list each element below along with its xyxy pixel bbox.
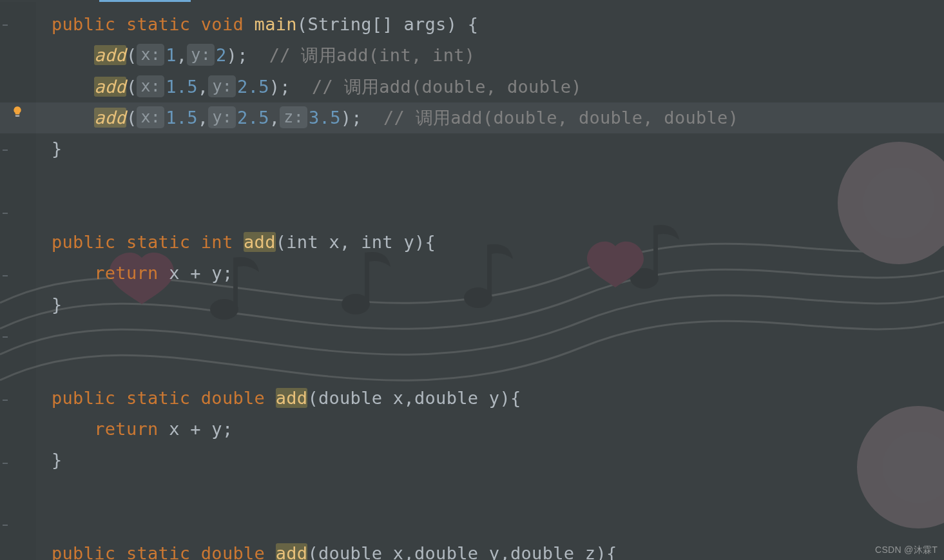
svg-point-10 (857, 406, 944, 528)
comma: , (198, 108, 209, 128)
keyword: static (126, 543, 190, 560)
paren: ( (297, 14, 308, 34)
keyword: return (94, 263, 158, 283)
code-editor[interactable]: public static void main(String[] args) {… (0, 0, 944, 560)
intention-bulb-icon[interactable] (12, 106, 23, 117)
param: int x (286, 232, 340, 252)
expression: x + y (169, 419, 222, 439)
svg-point-11 (883, 432, 944, 503)
paren: ) (595, 543, 606, 560)
number-literal: 1.5 (166, 77, 198, 97)
semicolon: ; (280, 77, 301, 97)
comment: // 调用add(int, int) (269, 45, 476, 65)
semicolon: ; (222, 419, 233, 439)
param-hint: x: (137, 44, 164, 66)
paren: ( (307, 543, 318, 560)
fold-marker[interactable] (3, 213, 8, 214)
method-name: main (255, 14, 297, 34)
fold-marker[interactable] (3, 150, 8, 151)
keyword: return (94, 419, 158, 439)
param-hint: y: (208, 106, 236, 128)
method-name: add (244, 232, 276, 252)
brace: } (52, 139, 63, 159)
brace: { (425, 232, 436, 252)
svg-rect-12 (15, 115, 20, 117)
method-call: add (94, 108, 126, 128)
comma: , (499, 543, 510, 560)
param: int y (361, 232, 414, 252)
semicolon: ; (351, 108, 372, 128)
param-hint: x: (137, 75, 164, 97)
comment: // 调用add(double, double) (312, 77, 582, 97)
number-literal: 2.5 (237, 108, 269, 128)
paren: ( (276, 232, 287, 252)
paren: ) (341, 108, 352, 128)
number-literal: 2.5 (237, 77, 269, 97)
param-hint: y: (208, 75, 236, 97)
paren: ( (126, 77, 137, 97)
paren: ) (499, 388, 510, 408)
comma: , (403, 388, 414, 408)
watermark: CSDN @沐霖T (875, 545, 938, 556)
brace: { (468, 14, 479, 34)
comma: , (269, 108, 280, 128)
keyword: public (52, 543, 115, 560)
number-literal: 3.5 (309, 108, 341, 128)
number-literal: 2 (216, 45, 227, 65)
method-name: add (276, 388, 308, 408)
method-call: add (94, 45, 126, 65)
fold-marker[interactable] (3, 525, 8, 526)
param-hint: x: (137, 106, 164, 128)
paren: ( (126, 45, 137, 65)
param: double z (510, 543, 595, 560)
active-tab-indicator (99, 0, 191, 2)
param: double x (318, 543, 403, 560)
param: double x (318, 388, 403, 408)
svg-point-9 (863, 168, 934, 238)
paren: ) (227, 45, 238, 65)
param: double y (414, 388, 499, 408)
number-literal: 1.5 (166, 108, 198, 128)
param: String[] args (307, 14, 446, 34)
gutter (0, 2, 36, 560)
comment: // 调用add(double, double, double) (383, 108, 738, 128)
semicolon: ; (237, 45, 258, 65)
paren: ( (126, 108, 137, 128)
comma: , (403, 543, 414, 560)
method-call: add (94, 77, 126, 97)
keyword: public (52, 388, 115, 408)
keyword: static (126, 14, 190, 34)
brace: } (52, 294, 63, 314)
method-name: add (276, 543, 308, 560)
paren: ) (447, 14, 458, 34)
comma: , (177, 45, 188, 65)
keyword: static (126, 388, 190, 408)
svg-point-8 (838, 142, 944, 264)
brace: { (510, 388, 521, 408)
keyword: void (201, 14, 244, 34)
brace: { (606, 543, 617, 560)
expression: x + y (169, 263, 222, 283)
code-content[interactable]: public static void main(String[] args) {… (52, 9, 738, 560)
keyword: double (201, 388, 265, 408)
fold-marker[interactable] (3, 463, 8, 464)
comma: , (198, 77, 209, 97)
number-literal: 1 (166, 45, 177, 65)
param-hint: z: (280, 106, 307, 128)
fold-marker[interactable] (3, 275, 8, 276)
keyword: static (126, 232, 190, 252)
comma: , (340, 232, 351, 252)
paren: ) (414, 232, 425, 252)
paren: ) (269, 77, 280, 97)
brace: } (52, 450, 63, 470)
paren: ( (307, 388, 318, 408)
keyword: int (201, 232, 233, 252)
fold-marker[interactable] (3, 400, 8, 401)
fold-marker[interactable] (3, 336, 8, 338)
fold-marker[interactable] (3, 24, 8, 26)
keyword: double (201, 543, 265, 560)
keyword: public (52, 232, 115, 252)
param-hint: y: (187, 44, 215, 66)
semicolon: ; (222, 263, 233, 283)
keyword: public (52, 14, 115, 34)
